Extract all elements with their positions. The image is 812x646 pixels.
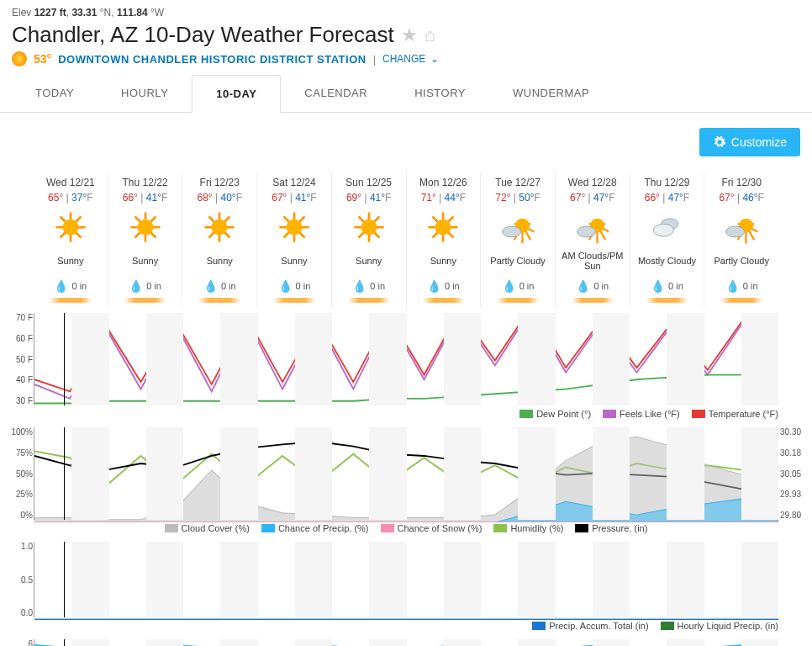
day-date: Sun 12/25 — [334, 177, 404, 188]
condition-text: Sunny — [110, 251, 181, 271]
svg-point-29 — [212, 220, 227, 235]
tab-calendar[interactable]: CALENDAR — [281, 75, 391, 112]
gear-icon — [713, 135, 726, 149]
day-date: Fri 12/30 — [706, 177, 777, 188]
legend-item[interactable]: Pressure. (in) — [575, 523, 647, 533]
raindrop-icon: 💧 — [651, 279, 665, 293]
condition-text: Sunny — [334, 251, 404, 271]
day-column[interactable]: Fri 12/23 68° | 40°F Sunny 💧0 in — [182, 172, 257, 308]
sun-icon — [351, 209, 388, 246]
svg-point-81 — [577, 226, 595, 237]
mc-icon — [648, 209, 685, 246]
chevron-down-icon: ⌄ — [430, 53, 439, 65]
condition-text: Sunny — [35, 251, 106, 271]
day-column[interactable]: Fri 12/30 67° | 46°F Partly Cloudy 💧0 in — [704, 172, 778, 308]
legend-item[interactable]: Feels Like (°F) — [603, 409, 680, 419]
condition-text: Sunny — [259, 251, 330, 271]
legend-item[interactable]: Chance of Snow (%) — [381, 523, 482, 533]
day-column[interactable]: Wed 12/28 67° | 47°F AM Clouds/PM Sun 💧0… — [556, 172, 630, 308]
sun-icon — [12, 51, 27, 66]
day-column[interactable]: Thu 12/22 66° | 41°F Sunny 💧0 in — [108, 172, 183, 308]
pc-icon — [723, 209, 760, 246]
change-station-link[interactable]: CHANGE ⌄ — [382, 53, 439, 65]
condition-text: Partly Cloudy — [482, 251, 553, 271]
condition-text: Sunny — [409, 251, 479, 271]
y-axis-pressure: 30.3030.1830.0529.9329.80 — [780, 427, 810, 520]
home-icon[interactable]: ⌂ — [424, 24, 435, 46]
raindrop-icon: 💧 — [502, 279, 516, 293]
station-link[interactable]: DOWNTOWN CHANDLER HISTORIC DISTRICT STAT… — [58, 53, 366, 66]
condition-text: Sunny — [184, 251, 255, 271]
legend-item[interactable]: Cloud Cover (%) — [165, 523, 250, 533]
svg-point-59 — [435, 220, 451, 235]
sun-icon — [276, 209, 313, 246]
svg-point-83 — [654, 224, 674, 236]
condition-text: AM Clouds/PM Sun — [557, 251, 628, 271]
tab-bar: TODAYHOURLY10-DAYCALENDARHISTORYWUNDERMA… — [0, 75, 812, 113]
sun-icon — [424, 209, 461, 246]
legend-item[interactable]: Dew Point (°) — [519, 409, 591, 419]
day-date: Sat 12/24 — [259, 177, 330, 188]
day-column[interactable]: Wed 12/21 65° | 37°F Sunny 💧0 in — [34, 172, 108, 308]
svg-point-39 — [287, 220, 302, 235]
raindrop-icon: 💧 — [427, 279, 441, 293]
tab-wundermap[interactable]: WUNDERMAP — [489, 75, 613, 112]
y-axis-humidity: 100%75%50%25%0% — [6, 427, 33, 520]
customize-button[interactable]: Customize — [699, 128, 800, 156]
day-column[interactable]: Sat 12/24 67° | 41°F Sunny 💧0 in — [257, 172, 332, 308]
legend-precip: Precip. Accum. Total (in)Hourly Liquid P… — [34, 617, 778, 634]
day-column[interactable]: Sun 12/25 69° | 41°F Sunny 💧0 in — [332, 172, 407, 308]
day-date: Thu 12/22 — [110, 177, 181, 188]
svg-point-49 — [361, 220, 376, 235]
condition-text: Partly Cloudy — [706, 251, 777, 271]
condition-text: Mostly Cloudy — [632, 251, 703, 271]
tab-today[interactable]: TODAY — [12, 75, 98, 112]
sun-icon — [127, 209, 164, 246]
pc-icon — [574, 209, 611, 246]
raindrop-icon: 💧 — [54, 279, 68, 293]
day-date: Fri 12/23 — [184, 177, 255, 188]
raindrop-icon: 💧 — [203, 279, 218, 293]
raindrop-icon: 💧 — [278, 279, 293, 293]
pc-icon — [499, 209, 536, 246]
legend-item[interactable]: Humidity (%) — [493, 523, 563, 533]
svg-point-94 — [726, 226, 745, 237]
day-column[interactable]: Tue 12/27 72° | 50°F Partly Cloudy 💧0 in — [481, 172, 556, 308]
raindrop-icon: 💧 — [129, 279, 143, 293]
tab-hourly[interactable]: HOURLY — [98, 75, 192, 112]
raindrop-icon: 💧 — [725, 279, 740, 293]
raindrop-icon: 💧 — [352, 279, 366, 293]
y-axis-temp: 70 F60 F50 F40 F30 F — [6, 313, 33, 405]
legend-item[interactable]: Temperature (°F) — [692, 409, 778, 419]
sun-icon — [52, 209, 89, 246]
current-temp: 53° — [34, 52, 51, 66]
legend-item[interactable]: Chance of Precip. (%) — [261, 523, 369, 533]
now-marker — [64, 313, 65, 405]
raindrop-icon: 💧 — [576, 279, 590, 293]
day-column[interactable]: Mon 12/26 71° | 44°F Sunny 💧0 in — [407, 172, 482, 308]
y-axis-precip: 1.00.50.0 — [6, 542, 33, 617]
location-meta: Elev 1227 ft, 33.31 °N, 111.84 °W — [0, 0, 812, 22]
svg-point-19 — [137, 220, 152, 235]
y-axis-wind: 6 — [6, 639, 33, 646]
page-title: Chandler, AZ 10-Day Weather Forecast — [12, 22, 394, 48]
sun-icon — [201, 209, 238, 246]
day-date: Thu 12/29 — [632, 177, 703, 188]
day-column[interactable]: Thu 12/29 66° | 47°F Mostly Cloudy 💧0 in — [630, 172, 705, 308]
forecast-row: Wed 12/21 65° | 37°F Sunny 💧0 in Thu 12/… — [34, 172, 778, 308]
tab-history[interactable]: HISTORY — [391, 75, 489, 112]
day-date: Mon 12/26 — [409, 177, 479, 188]
day-date: Tue 12/27 — [482, 177, 553, 188]
day-date: Wed 12/28 — [557, 177, 628, 188]
legend-item[interactable]: Hourly Liquid Precip. (in) — [661, 621, 778, 631]
favorite-star-icon[interactable]: ★ — [401, 24, 418, 46]
day-date: Wed 12/21 — [35, 177, 106, 188]
tab-10-day[interactable]: 10-DAY — [192, 75, 281, 113]
legend-item[interactable]: Precip. Accum. Total (in) — [532, 621, 648, 631]
svg-point-9 — [63, 220, 78, 235]
svg-point-70 — [503, 226, 521, 237]
